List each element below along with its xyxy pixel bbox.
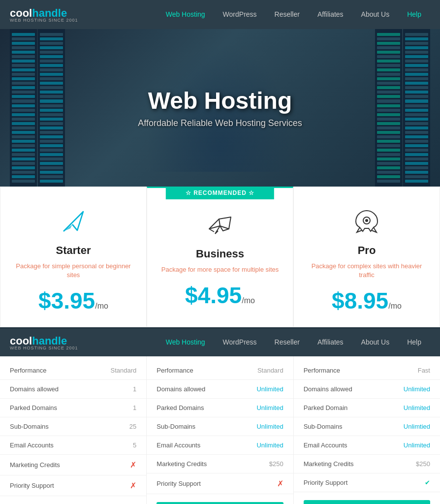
pricing-section: ☆ RECOMMENDED ☆ Starter Package for simp… [0, 187, 440, 327]
logo-tagline-2: WEB HOSTING SINCE 2001 [10, 346, 78, 350]
logo-cool: cool [10, 7, 32, 19]
top-navbar: coolhandle WEB HOSTING SINCE 2001 Web Ho… [0, 0, 440, 29]
nav-links: Web Hosting WordPress Reseller Affiliate… [157, 0, 430, 29]
paper-plane-icon [59, 207, 88, 236]
starter-email-row: Email Accounts 5 [0, 436, 146, 455]
nav-wordpress[interactable]: WordPress [214, 0, 266, 29]
rack-col-1 [10, 29, 37, 187]
nav-reseller[interactable]: Reseller [266, 0, 309, 29]
nav2-help[interactable]: Help [398, 328, 430, 357]
rack-col-3 [375, 29, 402, 187]
starter-domains-row: Domains allowed 1 [0, 380, 146, 399]
pro-subdomains-row: Sub-Domains Unlimtied [294, 417, 440, 436]
business-parked-row: Parked Domains Unlimited [147, 399, 293, 417]
logo-tagline: WEB HOSTING SINCE 2001 [10, 18, 78, 23]
hero-section: Web Hosting Affordable Reliable Web Host… [0, 29, 440, 187]
pro-order-button[interactable]: ORDER NOW [304, 500, 430, 504]
second-navbar: coolhandle WEB HOSTING SINCE 2001 Web Ho… [0, 327, 440, 356]
server-racks-right [375, 29, 430, 187]
business-subdomains-row: Sub-Domains Unlimited [147, 417, 293, 436]
starter-subdomains-row: Sub-Domains 25 [0, 417, 146, 436]
pro-features: Performance Fast Domains allowed Unlimit… [294, 356, 440, 504]
pro-card: Pro Package for complex sites with heavi… [293, 187, 440, 327]
nav2-reseller[interactable]: Reseller [266, 328, 309, 357]
svg-line-2 [219, 219, 220, 226]
starter-marketing-row: Marketing Credits ✗ [0, 455, 146, 475]
business-features: Performance Standard Domains allowed Unl… [147, 356, 293, 504]
starter-plan-name: Starter [10, 244, 136, 257]
starter-features: Performance Standard Domains allowed 1 P… [0, 356, 147, 504]
features-section: Performance Standard Domains allowed 1 P… [0, 356, 440, 504]
pro-domains-row: Domains allowed Unlimited [294, 380, 440, 399]
nav2-wordpress[interactable]: WordPress [214, 328, 266, 357]
hero-title: Web Hosting [138, 87, 302, 114]
logo-handle: handle [32, 7, 67, 19]
business-plan-desc: Package for more space for multiple site… [157, 265, 283, 274]
business-email-row: Email Accounts Unlimited [147, 436, 293, 455]
pro-priority-row: Priority Support ✔ [294, 473, 440, 492]
logo[interactable]: coolhandle WEB HOSTING SINCE 2001 [10, 7, 78, 23]
nav-help[interactable]: Help [398, 0, 430, 29]
plane-icon [205, 210, 235, 240]
business-domains-row: Domains allowed Unlimited [147, 380, 293, 399]
hero-content: Web Hosting Affordable Reliable Web Host… [138, 87, 302, 128]
nav-affiliates[interactable]: Affiliates [309, 0, 352, 29]
pro-performance-row: Performance Fast [294, 361, 440, 380]
rocket-icon [352, 207, 381, 236]
business-order-button[interactable]: ORDER NOW [157, 502, 283, 504]
nav2-about-us[interactable]: About Us [352, 328, 399, 357]
business-plan-price: $4.95/mo [157, 284, 283, 307]
pro-plan-name: Pro [304, 244, 430, 257]
rack-col-2 [38, 29, 65, 187]
pro-plan-desc: Package for complex sites with heavier t… [304, 262, 430, 280]
starter-plan-price: $3.95/mo [10, 289, 136, 312]
nav-about-us[interactable]: About Us [352, 0, 399, 29]
recommended-badge: ☆ RECOMMENDED ☆ [166, 187, 274, 199]
starter-parked-row: Parked Domains 1 [0, 399, 146, 417]
hero-subtitle: Affordable Reliable Web Hosting Services [138, 118, 302, 128]
rack-col-4 [403, 29, 430, 187]
starter-card: Starter Package for simple personal or b… [0, 187, 147, 327]
nav-web-hosting[interactable]: Web Hosting [157, 0, 214, 29]
nav2-affiliates[interactable]: Affiliates [309, 328, 352, 357]
business-card: Business Package for more space for mult… [147, 187, 293, 327]
server-racks-left [10, 29, 65, 187]
pro-plan-price: $8.95/mo [304, 289, 430, 312]
business-marketing-row: Marketing Credits $250 [147, 455, 293, 473]
business-priority-row: Priority Support ✗ [147, 473, 293, 494]
pro-email-row: Email Accounts Unlimited [294, 436, 440, 455]
svg-point-5 [365, 219, 368, 222]
logo-2[interactable]: coolhandle WEB HOSTING SINCE 2001 [10, 335, 78, 350]
business-performance-row: Performance Standard [147, 361, 293, 380]
starter-performance-row: Performance Standard [0, 361, 146, 380]
business-plan-name: Business [157, 248, 283, 260]
starter-priority-row: Priority Support ✗ [0, 475, 146, 496]
pro-marketing-row: Marketing Credits $250 [294, 455, 440, 473]
svg-line-1 [72, 224, 77, 230]
pricing-cards: Starter Package for simple personal or b… [0, 187, 440, 327]
nav2-web-hosting[interactable]: Web Hosting [157, 328, 214, 357]
pro-parked-row: Parked Domain Unlimited [294, 399, 440, 417]
starter-plan-desc: Package for simple personal or beginner … [10, 262, 136, 280]
nav-links-2: Web Hosting WordPress Reseller Affiliate… [157, 328, 430, 357]
